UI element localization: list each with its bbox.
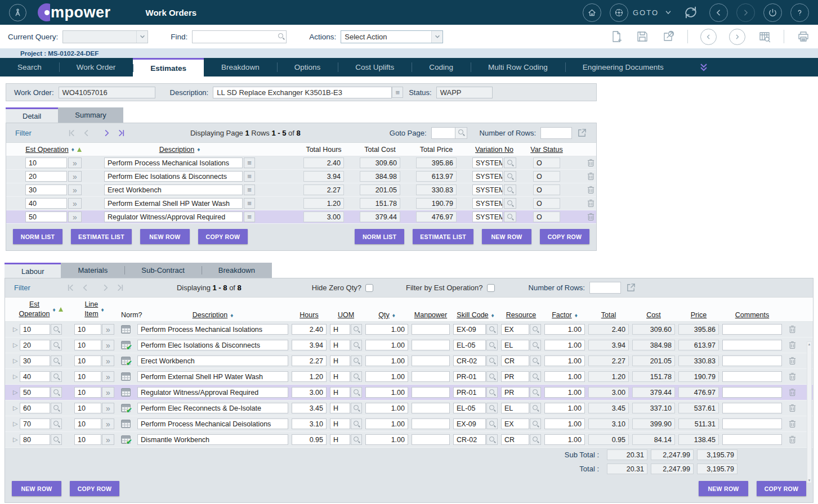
new-record-icon[interactable]: [610, 30, 623, 43]
search-icon[interactable]: [486, 387, 498, 398]
delete-row-icon[interactable]: [585, 213, 596, 221]
factor-field[interactable]: 1.00: [544, 387, 585, 398]
help-icon[interactable]: [790, 3, 809, 22]
delete-row-icon[interactable]: [585, 172, 596, 181]
description-field[interactable]: Perform Process Mechanical Isolations: [104, 158, 243, 168]
line-item-field[interactable]: 10: [74, 434, 101, 445]
double-arrow-button[interactable]: [102, 356, 114, 366]
search-icon[interactable]: [51, 403, 62, 413]
norm-grid-icon[interactable]: [121, 341, 131, 349]
line-item-field[interactable]: 10: [74, 418, 101, 429]
est-operation-field[interactable]: 80: [20, 434, 50, 445]
search-icon[interactable]: [51, 418, 62, 429]
uom-field[interactable]: H: [330, 418, 350, 429]
sub-tab[interactable]: Detail: [6, 107, 58, 123]
column-variation-no[interactable]: Variation No: [475, 146, 513, 154]
norm-grid-icon[interactable]: [121, 372, 131, 381]
manpower-field[interactable]: [412, 387, 450, 398]
row-expand-icon[interactable]: [13, 326, 20, 333]
search-icon[interactable]: [277, 33, 285, 40]
search-icon[interactable]: [486, 356, 498, 366]
qty-field[interactable]: 1.00: [365, 371, 408, 382]
notes-icon[interactable]: [244, 198, 255, 209]
description-field[interactable]: Regulator Witness/Approval Required: [104, 212, 243, 222]
search-icon[interactable]: [351, 340, 362, 350]
search-icon[interactable]: [351, 356, 362, 366]
comments-field[interactable]: [722, 356, 782, 366]
resource-field[interactable]: EX: [501, 418, 529, 429]
qty-field[interactable]: 1.00: [365, 387, 408, 398]
hide-zero-qty-checkbox[interactable]: [365, 284, 373, 292]
notes-icon[interactable]: [392, 87, 403, 98]
delete-row-icon[interactable]: [787, 341, 797, 349]
description-field[interactable]: Erect Workbench: [137, 356, 288, 366]
vertical-scrollbar[interactable]: ▲▼: [807, 341, 812, 483]
search-icon[interactable]: [455, 127, 467, 139]
more-tabs-double-chevron-icon[interactable]: [698, 58, 709, 76]
filter-link[interactable]: Filter: [14, 284, 30, 292]
column-est-operation[interactable]: Operation: [19, 309, 50, 319]
variation-no-field[interactable]: SYSTEM: [472, 184, 503, 195]
line-item-field[interactable]: 10: [74, 340, 101, 350]
column-total[interactable]: Total: [601, 311, 616, 319]
search-icon[interactable]: [51, 371, 62, 382]
resource-field[interactable]: CR: [501, 434, 529, 445]
double-arrow-button[interactable]: [102, 403, 114, 413]
search-icon[interactable]: [486, 340, 498, 350]
delete-row-icon[interactable]: [585, 186, 596, 194]
action-button[interactable]: NEW ROW: [482, 229, 531, 244]
line-item-field[interactable]: 10: [74, 356, 101, 366]
uom-field[interactable]: H: [330, 403, 350, 413]
table-row[interactable]: 20 Perform Elec Isolations & Disconnects…: [6, 170, 596, 183]
row-expand-icon[interactable]: [13, 389, 20, 396]
action-button[interactable]: NEW ROW: [699, 481, 748, 496]
action-button[interactable]: COPY ROW: [757, 481, 806, 496]
est-operation-field[interactable]: 10: [25, 158, 67, 168]
factor-field[interactable]: 1.00: [544, 324, 585, 335]
search-icon[interactable]: [51, 324, 62, 335]
resource-field[interactable]: CR: [501, 356, 529, 366]
column-skill-code[interactable]: Skill Code: [457, 311, 488, 319]
nav-tab[interactable]: Estimates: [133, 58, 204, 76]
description-field[interactable]: Dismantle Workbench: [137, 434, 288, 445]
norm-grid-icon[interactable]: [121, 420, 131, 428]
table-row[interactable]: 40 10 Perform External Shell HP Water Wa…: [5, 369, 813, 385]
norm-grid-icon[interactable]: [121, 357, 131, 365]
nav-tab[interactable]: Breakdown: [204, 58, 277, 76]
double-arrow-button[interactable]: [68, 184, 82, 195]
row-expand-icon[interactable]: [13, 341, 20, 349]
goto-chevron-down-icon[interactable]: [664, 8, 672, 16]
search-icon[interactable]: [51, 387, 62, 398]
hours-field[interactable]: 3.45: [292, 403, 327, 413]
resource-field[interactable]: PR: [501, 371, 529, 382]
column-uom[interactable]: UOM: [338, 311, 354, 319]
comments-field[interactable]: [722, 387, 782, 398]
factor-field[interactable]: 1.00: [544, 403, 585, 413]
description-field[interactable]: Perform External Shell HP Water Wash: [137, 371, 288, 382]
skill-code-field[interactable]: CR-02: [453, 356, 486, 366]
delete-row-icon[interactable]: [787, 325, 797, 334]
sub-tab[interactable]: Materials: [61, 263, 124, 278]
description-field[interactable]: Perform Process Mechanical Isolations: [137, 324, 288, 335]
search-icon[interactable]: [486, 434, 498, 445]
table-row[interactable]: 40 Perform External Shell HP Water Wash …: [6, 197, 596, 210]
hours-field[interactable]: 3.94: [292, 340, 327, 350]
column-description[interactable]: Description: [193, 311, 228, 319]
search-icon[interactable]: [504, 171, 516, 182]
resource-field[interactable]: EL: [501, 340, 529, 350]
actions-select[interactable]: Select Action: [341, 30, 443, 43]
uom-field[interactable]: H: [330, 434, 350, 445]
filter-link[interactable]: Filter: [15, 129, 32, 137]
est-operation-field[interactable]: 70: [20, 418, 50, 429]
last-page-icon[interactable]: [116, 127, 127, 138]
norm-grid-icon[interactable]: [121, 404, 131, 412]
search-icon[interactable]: [51, 434, 62, 445]
column-line-item[interactable]: Item: [84, 309, 98, 319]
comments-field[interactable]: [722, 371, 782, 382]
previous-record-icon[interactable]: [700, 29, 717, 45]
double-arrow-button[interactable]: [68, 198, 82, 209]
double-arrow-button[interactable]: [68, 212, 82, 222]
refresh-icon[interactable]: [681, 3, 701, 22]
skill-code-field[interactable]: EL-05: [453, 340, 486, 350]
manpower-field[interactable]: [412, 371, 450, 382]
